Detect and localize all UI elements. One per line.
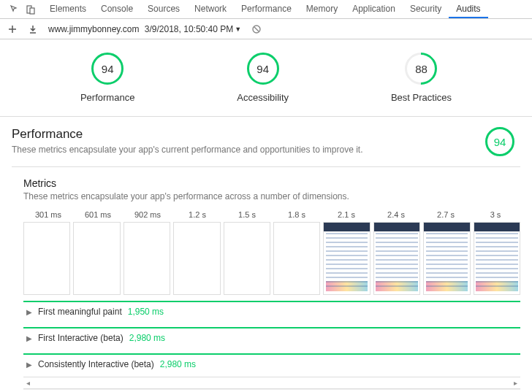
filmstrip-frames <box>23 222 520 295</box>
filmstrip-frame <box>23 222 70 295</box>
filmstrip-frame <box>224 222 270 295</box>
psi-row[interactable]: ▶ Perceptual Speed Index: 2,131 (target:… <box>23 389 520 392</box>
summary-accessibility-value: 94 <box>256 63 269 75</box>
summary-performance[interactable]: 94 Performance <box>80 53 134 103</box>
section-score: 94 <box>494 136 506 148</box>
metric-value: 1,950 ms <box>128 307 164 317</box>
filmstrip-frame <box>273 222 320 295</box>
section-score-gauge: 94 <box>485 127 514 156</box>
tab-network[interactable]: Network <box>187 1 234 18</box>
timeline-tick: 1.5 s <box>222 210 272 219</box>
tab-security[interactable]: Security <box>403 1 449 18</box>
expand-icon: ▶ <box>26 308 32 316</box>
summary-accessibility-label: Accessibility <box>237 92 289 103</box>
timeline-tick: 601 ms <box>73 210 123 219</box>
chevron-down-icon: ▼ <box>235 26 241 33</box>
filmstrip-labels: 301 ms601 ms902 ms1.2 s1.5 s1.8 s2.1 s2.… <box>23 210 520 219</box>
tabs-list: Elements Console Sources Network Perform… <box>42 1 532 18</box>
filmstrip-frame <box>73 222 120 295</box>
metric-name: Consistently Interactive (beta) <box>38 359 154 369</box>
metric-name: First meaningful paint <box>38 307 122 317</box>
device-icon[interactable] <box>25 4 37 15</box>
tab-sources[interactable]: Sources <box>140 1 187 18</box>
timeline-tick: 301 ms <box>23 210 73 219</box>
section-header: Performance These metrics encapsulate yo… <box>12 127 520 156</box>
timeline-tick: 2.1 s <box>322 210 371 219</box>
filmstrip-frame <box>123 222 170 295</box>
tab-application[interactable]: Application <box>345 1 403 18</box>
audit-selector[interactable]: www.jimmybonney.com 3/9/2018, 10:50:40 P… <box>48 24 241 34</box>
metric-value: 2,980 ms <box>160 359 196 369</box>
filmstrip-frame <box>423 222 470 295</box>
timeline-tick: 902 ms <box>123 210 172 219</box>
audit-content: Performance These metrics encapsulate yo… <box>0 117 532 392</box>
timeline-tick: 1.2 s <box>172 210 222 219</box>
inspect-icon[interactable] <box>9 4 20 15</box>
metrics-title: Metrics <box>23 177 520 189</box>
metrics-desc: These metrics encapsulate your app's per… <box>23 191 520 201</box>
divider <box>12 166 520 167</box>
summary-performance-label: Performance <box>80 92 134 103</box>
section-desc: These metrics encapsulate your app's cur… <box>12 145 363 155</box>
metric-row[interactable]: ▶Consistently Interactive (beta)2,980 ms <box>23 353 520 374</box>
filmstrip-frame <box>323 222 370 295</box>
new-audit-icon[interactable] <box>7 24 18 34</box>
filmstrip-frame <box>173 222 220 295</box>
metric-row[interactable]: ▶First Interactive (beta)2,980 ms <box>23 327 520 347</box>
tab-performance[interactable]: Performance <box>234 1 299 18</box>
filmstrip-frame <box>474 222 520 295</box>
summary-bestpractices[interactable]: 88 Best Practices <box>391 53 452 103</box>
metric-row[interactable]: ▶First meaningful paint1,950 ms <box>23 301 520 321</box>
tab-console[interactable]: Console <box>94 1 140 18</box>
horizontal-scroll[interactable]: ◂▸ <box>23 377 520 389</box>
scroll-right-icon[interactable]: ▸ <box>514 379 517 387</box>
tab-audits[interactable]: Audits <box>449 1 487 18</box>
tab-utility-icons <box>3 4 42 15</box>
filmstrip: 301 ms601 ms902 ms1.2 s1.5 s1.8 s2.1 s2.… <box>23 210 520 295</box>
summary-bestpractices-value: 88 <box>415 63 428 75</box>
timeline-tick: 1.8 s <box>272 210 322 219</box>
clear-icon[interactable] <box>251 24 262 34</box>
summary-performance-value: 94 <box>102 63 114 75</box>
summary-bestpractices-label: Best Practices <box>391 92 452 103</box>
devtools-tabs: Elements Console Sources Network Perform… <box>0 0 532 19</box>
download-icon[interactable] <box>28 24 38 34</box>
tab-memory[interactable]: Memory <box>299 1 345 18</box>
section-title: Performance <box>12 127 363 142</box>
timeline-tick: 2.7 s <box>421 210 471 219</box>
summary-accessibility[interactable]: 94 Accessibility <box>237 53 289 103</box>
audits-toolbar: www.jimmybonney.com 3/9/2018, 10:50:40 P… <box>0 19 532 39</box>
expand-icon: ▶ <box>26 334 32 342</box>
audit-timestamp: 3/9/2018, 10:50:40 PM <box>145 24 233 34</box>
tab-elements[interactable]: Elements <box>42 1 94 18</box>
timeline-tick: 3 s <box>471 210 520 219</box>
svg-rect-1 <box>30 8 34 14</box>
scroll-left-icon[interactable]: ◂ <box>26 379 30 387</box>
audit-url: www.jimmybonney.com <box>48 24 139 34</box>
score-summary: 94 Performance 94 Accessibility 88 Best … <box>0 39 532 117</box>
expand-icon: ▶ <box>26 361 32 369</box>
metric-value: 2,980 ms <box>129 333 165 343</box>
metric-name: First Interactive (beta) <box>38 333 123 343</box>
timeline-tick: 2.4 s <box>371 210 421 219</box>
filmstrip-frame <box>373 222 420 295</box>
